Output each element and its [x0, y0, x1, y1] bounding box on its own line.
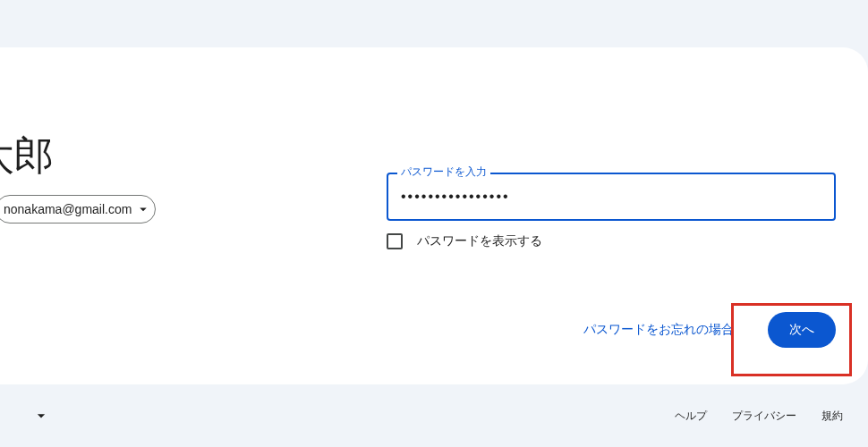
password-input[interactable]	[387, 173, 836, 221]
show-password-label: パスワードを表示する	[417, 233, 542, 249]
action-row: パスワードをお忘れの場合 次へ	[387, 312, 836, 348]
password-field-label: パスワードを入力	[397, 164, 490, 180]
footer: ヘルプ プライバシー 規約	[0, 384, 868, 447]
next-button[interactable]: 次へ	[768, 312, 836, 348]
forgot-password-link[interactable]: パスワードをお忘れの場合	[583, 322, 734, 338]
account-switcher-chip[interactable]: nonakama@gmail.com	[0, 195, 156, 224]
chevron-down-icon	[32, 407, 50, 425]
help-link[interactable]: ヘルプ	[675, 409, 707, 424]
password-field-wrap: パスワードを入力	[387, 173, 836, 221]
language-picker[interactable]	[25, 401, 57, 430]
signin-card: 太郎 nonakama@gmail.com パスワードを入力 パスワードを表示す…	[0, 47, 868, 384]
signin-right-pane: パスワードを入力 パスワードを表示する パスワードをお忘れの場合 次へ	[387, 47, 836, 348]
terms-link[interactable]: 規約	[821, 409, 843, 424]
footer-links: ヘルプ プライバシー 規約	[675, 409, 843, 424]
signin-left-pane: 太郎 nonakama@gmail.com	[0, 47, 376, 224]
chevron-down-icon	[135, 201, 151, 217]
privacy-link[interactable]: プライバシー	[732, 409, 796, 424]
account-email: nonakama@gmail.com	[4, 202, 132, 216]
show-password-checkbox[interactable]	[387, 233, 403, 249]
show-password-toggle[interactable]: パスワードを表示する	[387, 233, 836, 249]
welcome-heading: 太郎	[0, 130, 376, 182]
